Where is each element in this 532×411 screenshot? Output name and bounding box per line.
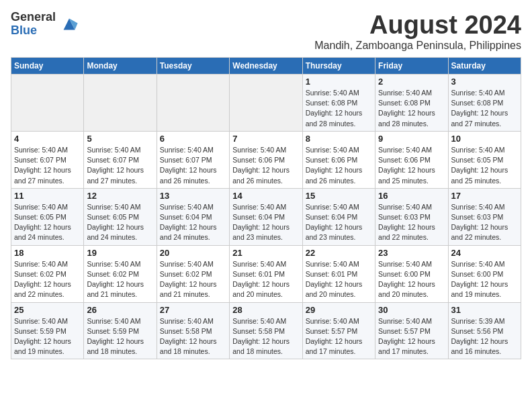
day-info-text: Sunrise: 5:40 AM Sunset: 6:02 PM Dayligh… (14, 259, 81, 300)
day-info-text: Sunrise: 5:40 AM Sunset: 6:08 PM Dayligh… (451, 88, 518, 129)
day-info-text: Sunrise: 5:40 AM Sunset: 6:01 PM Dayligh… (232, 259, 299, 300)
day-cell: 27Sunrise: 5:40 AM Sunset: 5:58 PM Dayli… (157, 302, 229, 359)
day-info-text: Sunrise: 5:40 AM Sunset: 5:59 PM Dayligh… (14, 316, 81, 357)
calendar-header-row: SundayMondayTuesdayWednesdayThursdayFrid… (11, 58, 521, 75)
day-number: 16 (378, 191, 445, 201)
day-cell: 23Sunrise: 5:40 AM Sunset: 6:00 PM Dayli… (375, 245, 448, 302)
day-info-text: Sunrise: 5:40 AM Sunset: 6:04 PM Dayligh… (232, 202, 299, 243)
day-cell: 12Sunrise: 5:40 AM Sunset: 6:05 PM Dayli… (84, 188, 157, 245)
day-cell: 7Sunrise: 5:40 AM Sunset: 6:06 PM Daylig… (230, 131, 302, 188)
day-info-text: Sunrise: 5:40 AM Sunset: 6:05 PM Dayligh… (14, 202, 81, 243)
location-subtitle: Mandih, Zamboanga Peninsula, Philippines (314, 40, 521, 52)
day-info-text: Sunrise: 5:40 AM Sunset: 6:02 PM Dayligh… (160, 259, 226, 300)
day-cell: 5Sunrise: 5:40 AM Sunset: 6:07 PM Daylig… (84, 131, 157, 188)
day-info-text: Sunrise: 5:40 AM Sunset: 6:08 PM Dayligh… (378, 88, 445, 129)
col-header-thursday: Thursday (302, 58, 375, 75)
day-number: 26 (87, 305, 153, 315)
week-row-3: 11Sunrise: 5:40 AM Sunset: 6:05 PM Dayli… (11, 188, 521, 245)
day-cell: 13Sunrise: 5:40 AM Sunset: 6:04 PM Dayli… (157, 188, 229, 245)
day-cell: 31Sunrise: 5:39 AM Sunset: 5:56 PM Dayli… (448, 302, 521, 359)
day-number: 29 (306, 305, 372, 315)
week-row-2: 4Sunrise: 5:40 AM Sunset: 6:07 PM Daylig… (11, 131, 521, 188)
day-info-text: Sunrise: 5:40 AM Sunset: 6:01 PM Dayligh… (306, 259, 372, 300)
day-info-text: Sunrise: 5:40 AM Sunset: 6:06 PM Dayligh… (232, 145, 299, 186)
day-number: 20 (160, 248, 226, 258)
day-info-text: Sunrise: 5:40 AM Sunset: 5:58 PM Dayligh… (160, 316, 226, 357)
week-row-5: 25Sunrise: 5:40 AM Sunset: 5:59 PM Dayli… (11, 302, 521, 359)
day-number: 3 (451, 77, 518, 87)
day-info-text: Sunrise: 5:40 AM Sunset: 6:06 PM Dayligh… (378, 145, 445, 186)
day-number: 15 (306, 191, 372, 201)
day-number: 7 (232, 134, 299, 144)
day-number: 4 (14, 134, 81, 144)
day-cell: 21Sunrise: 5:40 AM Sunset: 6:01 PM Dayli… (230, 245, 302, 302)
day-info-text: Sunrise: 5:40 AM Sunset: 6:04 PM Dayligh… (160, 202, 226, 243)
day-cell: 30Sunrise: 5:40 AM Sunset: 5:57 PM Dayli… (375, 302, 448, 359)
day-cell: 4Sunrise: 5:40 AM Sunset: 6:07 PM Daylig… (11, 131, 84, 188)
day-info-text: Sunrise: 5:40 AM Sunset: 6:02 PM Dayligh… (87, 259, 153, 300)
day-number: 18 (14, 248, 81, 258)
day-cell: 22Sunrise: 5:40 AM Sunset: 6:01 PM Dayli… (302, 245, 375, 302)
col-header-sunday: Sunday (11, 58, 84, 75)
day-cell: 15Sunrise: 5:40 AM Sunset: 6:04 PM Dayli… (302, 188, 375, 245)
day-number: 21 (232, 248, 299, 258)
day-number: 10 (451, 134, 518, 144)
day-number: 30 (378, 305, 445, 315)
day-cell: 3Sunrise: 5:40 AM Sunset: 6:08 PM Daylig… (448, 75, 521, 132)
day-info-text: Sunrise: 5:39 AM Sunset: 5:56 PM Dayligh… (451, 316, 518, 357)
day-cell: 25Sunrise: 5:40 AM Sunset: 5:59 PM Dayli… (11, 302, 84, 359)
day-number: 25 (14, 305, 81, 315)
day-cell: 2Sunrise: 5:40 AM Sunset: 6:08 PM Daylig… (375, 75, 448, 132)
month-year-title: August 2024 (314, 11, 521, 40)
calendar-table: SundayMondayTuesdayWednesdayThursdayFrid… (11, 57, 521, 359)
logo-icon (60, 15, 79, 34)
col-header-saturday: Saturday (448, 58, 521, 75)
day-number: 28 (232, 305, 299, 315)
day-number: 11 (14, 191, 81, 201)
day-cell: 19Sunrise: 5:40 AM Sunset: 6:02 PM Dayli… (84, 245, 157, 302)
col-header-wednesday: Wednesday (230, 58, 302, 75)
day-number: 13 (160, 191, 226, 201)
day-cell: 1Sunrise: 5:40 AM Sunset: 6:08 PM Daylig… (302, 75, 375, 132)
day-info-text: Sunrise: 5:40 AM Sunset: 6:07 PM Dayligh… (87, 145, 153, 186)
day-info-text: Sunrise: 5:40 AM Sunset: 6:07 PM Dayligh… (14, 145, 81, 186)
day-number: 2 (378, 77, 445, 87)
day-number: 17 (451, 191, 518, 201)
col-header-tuesday: Tuesday (157, 58, 229, 75)
day-info-text: Sunrise: 5:40 AM Sunset: 5:57 PM Dayligh… (378, 316, 445, 357)
day-cell: 11Sunrise: 5:40 AM Sunset: 6:05 PM Dayli… (11, 188, 84, 245)
day-cell: 14Sunrise: 5:40 AM Sunset: 6:04 PM Dayli… (230, 188, 302, 245)
day-cell: 6Sunrise: 5:40 AM Sunset: 6:07 PM Daylig… (157, 131, 229, 188)
day-cell: 20Sunrise: 5:40 AM Sunset: 6:02 PM Dayli… (157, 245, 229, 302)
day-cell: 18Sunrise: 5:40 AM Sunset: 6:02 PM Dayli… (11, 245, 84, 302)
day-number: 8 (306, 134, 372, 144)
col-header-friday: Friday (375, 58, 448, 75)
day-number: 31 (451, 305, 518, 315)
day-cell: 17Sunrise: 5:40 AM Sunset: 6:03 PM Dayli… (448, 188, 521, 245)
day-number: 9 (378, 134, 445, 144)
day-info-text: Sunrise: 5:40 AM Sunset: 6:05 PM Dayligh… (87, 202, 153, 243)
day-info-text: Sunrise: 5:40 AM Sunset: 5:59 PM Dayligh… (87, 316, 153, 357)
day-number: 24 (451, 248, 518, 258)
day-info-text: Sunrise: 5:40 AM Sunset: 6:05 PM Dayligh… (451, 145, 518, 186)
day-number: 6 (160, 134, 226, 144)
day-info-text: Sunrise: 5:40 AM Sunset: 6:08 PM Dayligh… (306, 88, 372, 129)
day-cell: 24Sunrise: 5:40 AM Sunset: 6:00 PM Dayli… (448, 245, 521, 302)
day-number: 1 (306, 77, 372, 87)
day-cell: 9Sunrise: 5:40 AM Sunset: 6:06 PM Daylig… (375, 131, 448, 188)
logo: General Blue (11, 11, 79, 38)
day-info-text: Sunrise: 5:40 AM Sunset: 6:03 PM Dayligh… (451, 202, 518, 243)
week-row-1: 1Sunrise: 5:40 AM Sunset: 6:08 PM Daylig… (11, 75, 521, 132)
logo-general-text: General (11, 11, 56, 24)
day-cell: 29Sunrise: 5:40 AM Sunset: 5:57 PM Dayli… (302, 302, 375, 359)
day-cell: 10Sunrise: 5:40 AM Sunset: 6:05 PM Dayli… (448, 131, 521, 188)
day-number: 14 (232, 191, 299, 201)
day-cell (157, 75, 229, 132)
day-info-text: Sunrise: 5:40 AM Sunset: 6:00 PM Dayligh… (378, 259, 445, 300)
day-cell: 8Sunrise: 5:40 AM Sunset: 6:06 PM Daylig… (302, 131, 375, 188)
title-area: August 2024 Mandih, Zamboanga Peninsula,… (314, 11, 521, 52)
day-number: 5 (87, 134, 153, 144)
day-cell (11, 75, 84, 132)
day-info-text: Sunrise: 5:40 AM Sunset: 6:00 PM Dayligh… (451, 259, 518, 300)
day-info-text: Sunrise: 5:40 AM Sunset: 5:58 PM Dayligh… (232, 316, 299, 357)
